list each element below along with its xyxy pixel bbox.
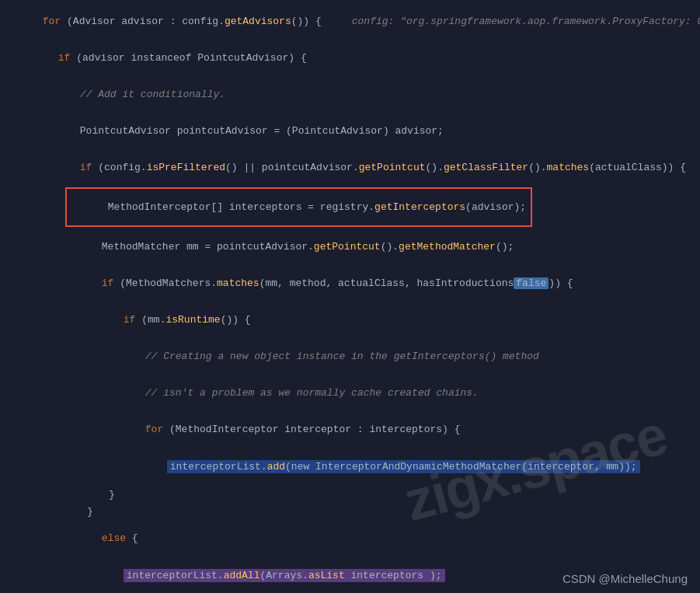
code-line-7: MethodMatcher mm = pointcutAdvisor.getPo… bbox=[0, 228, 700, 265]
brand-text: CSDN @MichelleChung bbox=[562, 572, 688, 585]
code-line-8: if (MethodMatchers.matches(mm, method, a… bbox=[0, 265, 700, 302]
word-normally: normally bbox=[297, 387, 345, 399]
keyword-for: for bbox=[43, 16, 61, 27]
code-line-4: PointcutAdvisor pointcutAdvisor = (Point… bbox=[0, 113, 700, 149]
code-line-16: else { bbox=[0, 520, 700, 556]
code-line-10: // Creating a new object instance in the… bbox=[0, 338, 700, 375]
code-line-9: if (mm.isRuntime()) { bbox=[0, 302, 700, 338]
code-line-14: } bbox=[0, 486, 700, 503]
code-line-3: // Add it conditionally. bbox=[0, 76, 700, 113]
code-editor: for (Advisor advisor : config.getAdvisor… bbox=[0, 0, 700, 593]
code-line-2: if (advisor instanceof PointcutAdvisor) … bbox=[0, 40, 700, 76]
code-line-11: // isn't a problem as we normally cache … bbox=[0, 375, 700, 411]
code-line-6: MethodInterceptor[] interceptors = regis… bbox=[0, 186, 700, 228]
code-line-5: if (config.isPreFiltered() || pointcutAd… bbox=[0, 149, 700, 186]
code-line-15: } bbox=[0, 503, 700, 520]
code-line-1: for (Advisor advisor : config.getAdvisor… bbox=[0, 3, 700, 40]
